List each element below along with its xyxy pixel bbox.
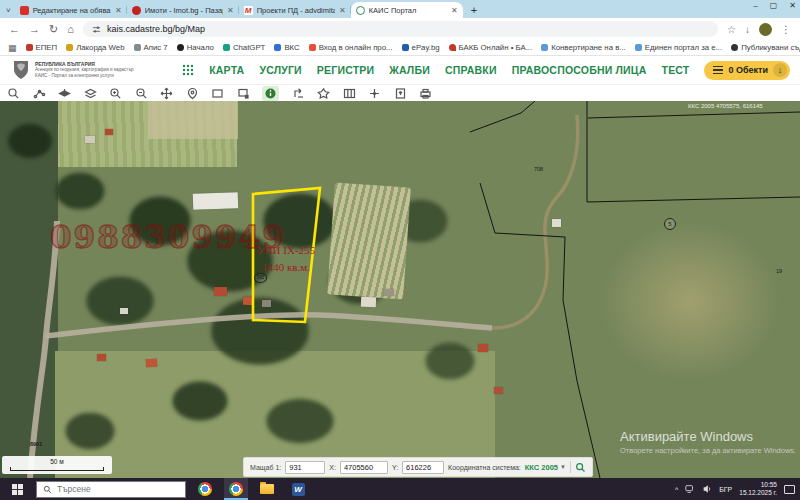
tab-search-chevron-icon[interactable]: ˅ — [2, 6, 15, 18]
statusbar-search-icon[interactable] — [575, 462, 586, 473]
cadastre-map-canvas[interactable]: ККС 2005 4705575, 616145 0988309949 УПИ … — [0, 101, 800, 478]
back-button[interactable]: ← — [9, 24, 20, 35]
bookmark-item[interactable]: БАКБ Онлайн • БА... — [449, 43, 533, 52]
polygon-select-icon[interactable] — [317, 87, 330, 100]
bookmark-item[interactable]: Конвертиране на в... — [541, 43, 626, 52]
tab-close-icon[interactable]: ✕ — [451, 6, 458, 15]
reload-button[interactable]: ↻ — [49, 24, 58, 35]
tab-close-icon[interactable]: ✕ — [115, 6, 122, 15]
move-cross-icon[interactable] — [368, 87, 381, 100]
objects-badge-button[interactable]: 0 Обекти ↓ — [704, 61, 790, 80]
taskbar-chrome-2-active[interactable] — [224, 478, 248, 500]
info-tool-icon[interactable] — [262, 86, 279, 101]
bookmark-favicon-icon — [66, 44, 73, 51]
browser-menu-icon[interactable]: ⋮ — [781, 24, 791, 35]
tab-close-icon[interactable]: ✕ — [339, 6, 346, 15]
taskbar-search-box[interactable] — [36, 481, 186, 498]
nav-grid-icon[interactable] — [182, 64, 194, 76]
pan-tool-icon[interactable] — [160, 87, 173, 100]
export-page-icon[interactable] — [394, 87, 407, 100]
select-rectangle-point-icon[interactable] — [237, 87, 250, 100]
nav-pravosposobni-litsa[interactable]: ПРАВОСПОСОБНИ ЛИЦА — [512, 64, 647, 76]
bookmark-label: ВКС — [284, 43, 299, 52]
nav-zhalbi[interactable]: ЖАЛБИ — [389, 64, 430, 76]
bookmark-star-icon[interactable]: ☆ — [727, 24, 736, 35]
taskbar-clock[interactable]: 10:55 15.12.2025 г. — [739, 481, 777, 497]
x-coordinate-input[interactable] — [340, 461, 388, 474]
org-line3: КАИС - Портал за електронни услуги — [35, 73, 114, 78]
bookmark-item[interactable]: ЕПЕП — [26, 43, 58, 52]
crs-select[interactable]: ККС 2005 ▼ — [525, 463, 566, 472]
bookmark-favicon-icon — [223, 44, 230, 51]
browser-tab-1[interactable]: Редактиране на обява - проц ✕ — [15, 2, 127, 18]
start-button[interactable] — [5, 478, 29, 500]
browser-tab-active-kais[interactable]: КАИС Портал ✕ — [351, 2, 463, 18]
browser-tab-3[interactable]: M Проекти ПД - advdimitarkatan ✕ — [239, 2, 351, 18]
measure-network-icon[interactable] — [33, 87, 46, 100]
bookmark-label: Апис 7 — [144, 43, 168, 52]
profile-avatar[interactable] — [759, 23, 772, 36]
window-minimize-button[interactable]: – — [753, 1, 757, 10]
taskbar-chrome-1[interactable] — [193, 478, 217, 500]
cadastre-boundary-line — [588, 112, 800, 118]
bookmark-item[interactable]: Публикувани съде... — [731, 43, 800, 52]
parcel-area: 1440 кв.м. — [262, 261, 310, 273]
window-close-button[interactable]: ✕ — [789, 1, 796, 10]
nav-uslugi[interactable]: УСЛУГИ — [259, 64, 301, 76]
tab-close-icon[interactable]: ✕ — [227, 6, 234, 15]
layers-icon[interactable] — [84, 87, 97, 100]
network-icon[interactable] — [685, 484, 695, 495]
taskbar-tray: ^ БГР 10:55 15.12.2025 г. — [675, 481, 795, 497]
nav-registri[interactable]: РЕГИСТРИ — [317, 64, 374, 76]
bookmark-item[interactable]: Единен портал за е... — [635, 43, 722, 52]
nav-spravki[interactable]: СПРАВКИ — [445, 64, 497, 76]
url-field[interactable]: kais.cadastre.bg/bg/Map — [83, 21, 718, 37]
select-rectangle-icon[interactable] — [211, 87, 224, 100]
corner-arrow-icon[interactable] — [292, 87, 305, 100]
window-maximize-button[interactable]: ▢ — [770, 1, 778, 10]
bookmark-item[interactable]: Начало — [177, 43, 214, 52]
bookmark-item[interactable]: Вход в онлайн про... — [309, 43, 393, 52]
zoom-in-tool-icon[interactable] — [109, 87, 122, 100]
bookmark-label: БАКБ Онлайн • БА... — [459, 43, 533, 52]
cadastre-boundary-line — [587, 197, 800, 202]
bookmark-favicon-icon — [26, 44, 33, 51]
bookmark-item[interactable]: ChatGPT — [223, 43, 266, 52]
search-tool-icon[interactable] — [7, 87, 20, 100]
scale-input[interactable] — [285, 461, 325, 474]
objects-expand-icon[interactable]: ↓ — [773, 63, 787, 77]
bookmark-item[interactable]: Апис 7 — [134, 43, 168, 52]
bookmark-label: Публикувани съде... — [741, 43, 800, 52]
bookmark-item[interactable]: ВКС — [274, 43, 299, 52]
tray-chevron-icon[interactable]: ^ — [675, 486, 678, 493]
bookmark-item[interactable]: ePay.bg — [402, 43, 440, 52]
map-book-icon[interactable] — [343, 87, 356, 100]
nav-karta[interactable]: КАРТА — [209, 64, 244, 76]
bookmark-item[interactable]: Лакорда Web — [66, 43, 124, 52]
taskbar-file-explorer[interactable] — [255, 478, 279, 500]
scale-label: Мащаб 1: — [250, 464, 281, 471]
bookmark-label: Вход в онлайн про... — [319, 43, 393, 52]
language-indicator[interactable]: БГР — [719, 486, 732, 493]
taskbar-word[interactable]: W — [286, 478, 310, 500]
location-pin-icon[interactable] — [186, 87, 199, 100]
tab-title: Проекти ПД - advdimitarkatan — [257, 6, 335, 15]
notification-center-icon[interactable] — [784, 485, 795, 494]
zoom-out-tool-icon[interactable] — [135, 87, 148, 100]
y-coordinate-input[interactable] — [402, 461, 444, 474]
nav-test[interactable]: ТЕСТ — [662, 64, 690, 76]
print-icon[interactable] — [419, 87, 432, 100]
site-settings-icon[interactable] — [92, 25, 101, 34]
tab-title: КАИС Портал — [369, 6, 447, 15]
apps-grid-icon[interactable]: ▦ — [8, 43, 17, 53]
layer-visibility-icon[interactable] — [58, 87, 71, 100]
home-button[interactable]: ⌂ — [67, 24, 74, 35]
new-tab-button[interactable]: + — [463, 4, 485, 18]
browser-tab-2[interactable]: Имоти - Imot.bg - Пазарът на ✕ — [127, 2, 239, 18]
download-icon[interactable]: ↓ — [745, 24, 750, 35]
forward-button[interactable]: → — [29, 24, 40, 35]
taskbar-search-input[interactable] — [57, 484, 167, 494]
windows-activation-watermark: Активирайте Windows Отворете настройките… — [620, 429, 796, 455]
bookmark-label: ChatGPT — [233, 43, 266, 52]
volume-icon[interactable] — [702, 484, 712, 495]
